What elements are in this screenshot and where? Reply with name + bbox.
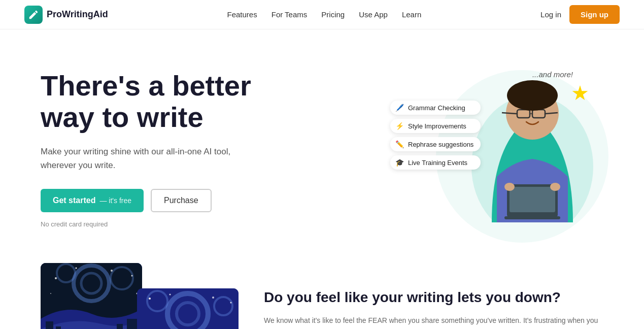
nav-links: Features For Teams Pricing Use App Learn xyxy=(227,10,422,19)
section-title: Do you feel like your writing lets you d… xyxy=(264,288,603,307)
svg-point-34 xyxy=(170,294,171,295)
style-icon: ⚡ xyxy=(395,122,404,130)
nav-learn[interactable]: Learn xyxy=(402,10,421,19)
badge-grammar-label: Grammar Checking xyxy=(408,104,465,112)
svg-point-18 xyxy=(55,277,57,279)
second-section: My idea in my head Do you feel like your… xyxy=(0,253,644,329)
no-credit-text: No credit card required xyxy=(41,220,304,228)
svg-point-22 xyxy=(50,293,51,294)
svg-point-36 xyxy=(230,302,232,304)
section-text: Do you feel like your writing lets you d… xyxy=(264,288,603,329)
logo-link[interactable]: ProWritingAid xyxy=(24,6,108,24)
svg-rect-25 xyxy=(56,326,61,329)
nav-features[interactable]: Features xyxy=(227,10,257,19)
hero-section: There's a better way to write Make your … xyxy=(0,29,644,253)
nav-for-teams[interactable]: For Teams xyxy=(272,10,308,19)
more-label: ...and more! xyxy=(532,70,573,79)
image-card-1 xyxy=(41,263,142,329)
purchase-button[interactable]: Purchase xyxy=(151,189,212,212)
svg-point-21 xyxy=(131,275,133,277)
svg-point-12 xyxy=(550,183,560,191)
badge-rephrase-label: Rephrase suggestions xyxy=(408,141,473,148)
svg-point-7 xyxy=(507,80,558,111)
badge-style-label: Style Improvements xyxy=(408,122,466,130)
svg-rect-24 xyxy=(46,321,53,329)
logo-icon xyxy=(24,6,43,24)
starry-night-bg xyxy=(41,263,142,329)
section-images: My idea in my head xyxy=(41,263,233,329)
svg-rect-10 xyxy=(504,216,560,219)
signup-button[interactable]: Sign up xyxy=(569,5,620,24)
get-started-label: Get started xyxy=(53,196,95,205)
svg-point-33 xyxy=(149,298,151,300)
feature-badges: 🖊️ Grammar Checking ⚡ Style Improvements… xyxy=(390,101,481,170)
logo-text: ProWritingAid xyxy=(47,9,108,20)
rephrase-icon: ✏️ xyxy=(395,140,404,148)
grammar-icon: 🖊️ xyxy=(395,104,404,112)
badge-grammar: 🖊️ Grammar Checking xyxy=(390,101,481,115)
hero-title: There's a better way to write xyxy=(41,70,304,133)
badge-style: ⚡ Style Improvements xyxy=(390,119,481,133)
badge-training-label: Live Training Events xyxy=(408,159,467,167)
free-label: — it's free xyxy=(99,196,131,205)
svg-rect-27 xyxy=(117,324,123,329)
section-body: We know what it's like to feel the FEAR … xyxy=(264,315,603,329)
nav-pricing[interactable]: Pricing xyxy=(321,10,345,19)
svg-point-20 xyxy=(111,270,113,272)
nav-use-app[interactable]: Use App xyxy=(359,10,388,19)
svg-point-11 xyxy=(504,183,515,191)
badge-rephrase: ✏️ Rephrase suggestions xyxy=(390,137,481,151)
hero-subtitle: Make your writing shine with our all-in-… xyxy=(41,145,233,172)
nav-actions: Log in Sign up xyxy=(540,5,620,24)
image-card-2: My idea in my head xyxy=(137,288,239,329)
badge-training: 🎓 Live Training Events xyxy=(390,155,481,170)
login-link[interactable]: Log in xyxy=(540,10,561,19)
svg-rect-26 xyxy=(127,319,137,329)
get-started-button[interactable]: Get started — it's free xyxy=(41,189,144,212)
hero-illustration: 🖊️ Grammar Checking ⚡ Style Improvements… xyxy=(390,60,603,233)
hero-cta: Get started — it's free Purchase xyxy=(41,189,304,212)
navbar: ProWritingAid Features For Teams Pricing… xyxy=(0,0,644,29)
hero-content: There's a better way to write Make your … xyxy=(41,60,304,228)
training-icon: 🎓 xyxy=(395,158,404,167)
svg-rect-9 xyxy=(510,187,555,212)
svg-point-35 xyxy=(212,297,214,299)
svg-point-19 xyxy=(76,268,77,269)
